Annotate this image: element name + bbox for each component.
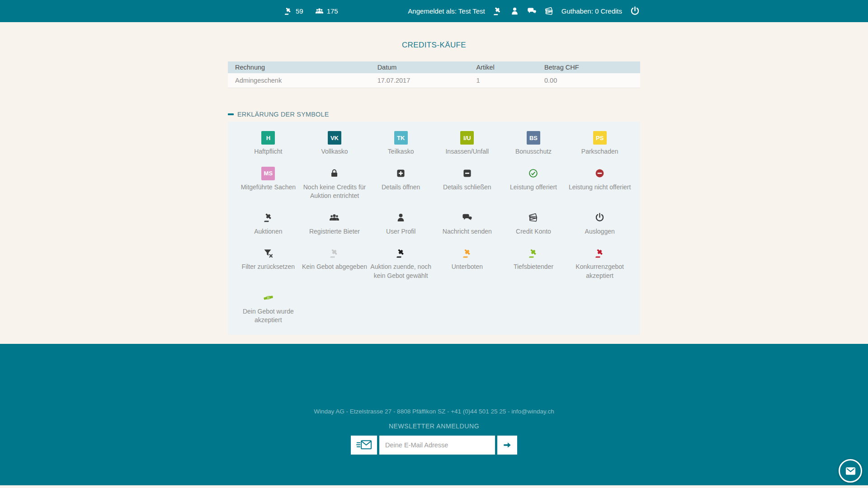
handshake-icon xyxy=(263,290,274,306)
newsletter-email-input[interactable] xyxy=(379,436,495,455)
header-right: Angemeldet als: Test Test Guthaben: 0 Cr… xyxy=(408,0,640,22)
legend-item: Tiefsbietender xyxy=(500,245,567,280)
bs-badge: BS xyxy=(527,130,540,146)
legend-item: Ausloggen xyxy=(566,210,633,236)
legend-item: Details schließen xyxy=(434,165,500,201)
table-cell: 0.00 xyxy=(537,73,640,88)
power-icon xyxy=(594,210,605,226)
legend-label: Konkurrenzgebot akzeptiert xyxy=(566,263,633,280)
legend-label: Vollkasko xyxy=(321,147,348,156)
table-cell: 1 xyxy=(469,73,537,88)
legend-item: Unterboten xyxy=(434,245,500,280)
legend-header[interactable]: ERKLÄRUNG DER SYMBOLE xyxy=(228,111,640,118)
legend-item: Leistung nicht offeriert xyxy=(566,165,633,201)
logout-button[interactable] xyxy=(630,6,640,16)
credit-account-button[interactable] xyxy=(544,6,554,16)
top-bar: 59 175 Angemeldet als: Test Test Guthabe… xyxy=(0,0,868,22)
bidder-count[interactable]: 175 xyxy=(315,7,338,15)
tk-badge: TK xyxy=(394,130,408,146)
legend-item: Credit Konto xyxy=(500,210,567,236)
legend-label: Teilkasko xyxy=(388,147,414,156)
column-header-datum: Datum xyxy=(370,61,469,73)
legend-item: Noch keine Credits für Auktion entrichte… xyxy=(302,165,368,201)
table-cell: Admingeschenk xyxy=(228,73,370,88)
logged-in-label: Angemeldet als: Test Test xyxy=(408,7,485,15)
contact-mail-button[interactable] xyxy=(839,459,862,483)
legend-item: Auktion zuende, noch kein Gebot gewählt xyxy=(368,245,434,280)
legend-item: TKTeilkasko xyxy=(368,130,434,156)
arrow-right-icon xyxy=(502,440,512,450)
newsletter-mail-badge xyxy=(351,436,377,455)
legend-item: BSBonusschutz xyxy=(500,130,567,156)
credits-table: Rechnung Datum Artikel Betrag CHF Adming… xyxy=(228,61,640,88)
legend-item: Dein Gebot wurde akzeptiert xyxy=(235,290,302,325)
page-title: CREDITS-KÄUFE xyxy=(228,41,640,50)
legend-item: Leistung offeriert xyxy=(500,165,567,201)
auction-count-value: 59 xyxy=(296,7,303,15)
plus-square-icon xyxy=(396,165,406,182)
gavel-icon xyxy=(396,245,406,261)
user-icon xyxy=(396,210,406,226)
legend-item: Konkurrenzgebot akzeptiert xyxy=(566,245,633,280)
legend-label: Noch keine Credits für Auktion entrichte… xyxy=(302,183,368,201)
legend-grid: HHaftpflichtVKVollkaskoTKTeilkaskoI/UIns… xyxy=(228,122,640,335)
legend-item: User Profil xyxy=(368,210,434,236)
gavel-icon xyxy=(462,245,472,261)
legend-item: Auktionen xyxy=(235,210,302,236)
newsletter-submit-button[interactable] xyxy=(497,436,517,455)
credit-cards-icon xyxy=(544,6,554,16)
badge-letter: MS xyxy=(261,167,275,180)
legend-item: Filter zurücksetzen xyxy=(235,245,302,280)
minus-square-icon xyxy=(462,165,472,182)
gavel-icon xyxy=(263,210,274,226)
legend-item: Registrierte Bieter xyxy=(302,210,368,236)
ban-circle-icon xyxy=(594,165,605,182)
legend-label: Details öffnen xyxy=(382,183,420,192)
user-profile-button[interactable] xyxy=(510,6,519,16)
messages-button[interactable] xyxy=(527,6,537,16)
gavel-icon xyxy=(528,245,538,261)
legend-label: Unterboten xyxy=(452,263,483,272)
auction-count[interactable]: 59 xyxy=(284,7,303,15)
main-content: CREDITS-KÄUFE Rechnung Datum Artikel Bet… xyxy=(228,41,640,335)
badge-letter: I/U xyxy=(460,131,474,145)
header-counts: 59 175 xyxy=(284,0,338,22)
legend-label: Parkschaden xyxy=(581,147,618,156)
column-header-artikel: Artikel xyxy=(469,61,537,73)
legend-label: Auktionen xyxy=(254,227,282,236)
badge-letter: PS xyxy=(593,131,607,145)
auctions-button[interactable] xyxy=(493,6,502,16)
legend-label: Details schließen xyxy=(443,183,491,192)
legend-item: HHaftpflicht xyxy=(235,130,302,156)
legend-label: Registrierte Bieter xyxy=(309,227,360,236)
legend-label: Bonusschutz xyxy=(515,147,552,156)
table-header-row: Rechnung Datum Artikel Betrag CHF xyxy=(228,61,640,73)
legend-item: Kein Gebot abgegeben xyxy=(302,245,368,280)
legend-item: PSParkschaden xyxy=(566,130,633,156)
legend-label: Haftpflicht xyxy=(254,147,282,156)
legend-label: Filter zurücksetzen xyxy=(242,263,295,272)
ps-badge: PS xyxy=(593,130,607,146)
legend-label: Leistung offeriert xyxy=(510,183,557,192)
table-row: Admingeschenk17.07.201710.00 xyxy=(228,73,640,88)
legend-item: Details öffnen xyxy=(368,165,434,201)
comments-icon xyxy=(462,210,472,226)
newsletter-form xyxy=(0,436,868,455)
legend-panel: HHaftpflichtVKVollkaskoTKTeilkaskoI/UIns… xyxy=(228,122,640,335)
column-header-betrag: Betrag CHF xyxy=(537,61,640,73)
h-badge: H xyxy=(261,130,275,146)
legend-label: Dein Gebot wurde akzeptiert xyxy=(235,307,302,325)
table-cell: 17.07.2017 xyxy=(370,73,469,88)
legend-item: MSMitgeführte Sachen xyxy=(235,165,302,201)
legend-label: Tiefsbietender xyxy=(514,263,553,272)
legend-label: Auktion zuende, noch kein Gebot gewählt xyxy=(368,263,434,280)
gavel-icon xyxy=(329,245,340,261)
user-icon xyxy=(510,6,519,16)
legend-item: I/UInsassen/Unfall xyxy=(434,130,500,156)
filter-x-icon xyxy=(263,245,274,261)
legend-title: ERKLÄRUNG DER SYMBOLE xyxy=(237,111,329,118)
legend-label: Mitgeführte Sachen xyxy=(241,183,296,192)
ms-badge: MS xyxy=(261,165,275,182)
collapse-dash-icon xyxy=(228,113,234,115)
comments-icon xyxy=(527,6,537,16)
